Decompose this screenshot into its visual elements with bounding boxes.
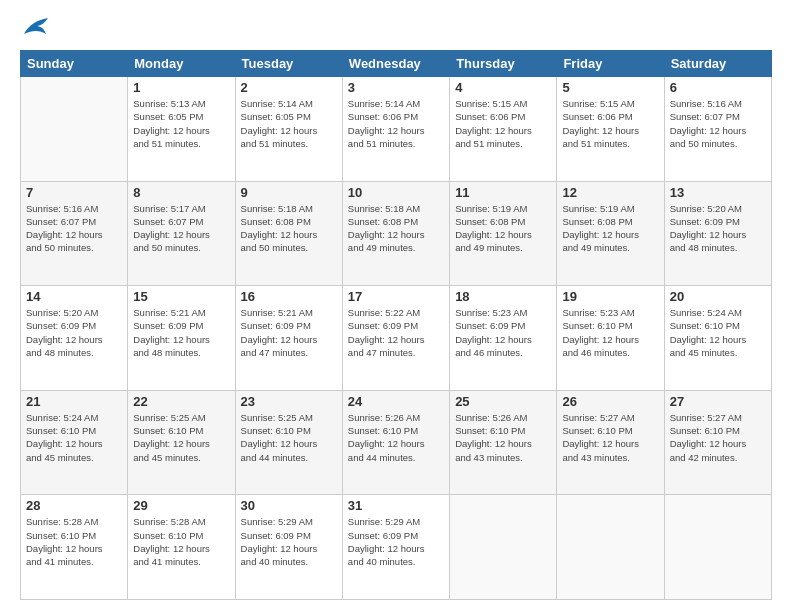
day-number: 23 — [241, 394, 337, 409]
day-info: Sunrise: 5:21 AM Sunset: 6:09 PM Dayligh… — [241, 306, 337, 359]
calendar-cell: 7Sunrise: 5:16 AM Sunset: 6:07 PM Daylig… — [21, 181, 128, 286]
calendar-cell: 27Sunrise: 5:27 AM Sunset: 6:10 PM Dayli… — [664, 390, 771, 495]
calendar-cell: 31Sunrise: 5:29 AM Sunset: 6:09 PM Dayli… — [342, 495, 449, 600]
day-number: 2 — [241, 80, 337, 95]
calendar-cell: 26Sunrise: 5:27 AM Sunset: 6:10 PM Dayli… — [557, 390, 664, 495]
calendar-cell: 20Sunrise: 5:24 AM Sunset: 6:10 PM Dayli… — [664, 286, 771, 391]
day-info: Sunrise: 5:27 AM Sunset: 6:10 PM Dayligh… — [670, 411, 766, 464]
day-number: 16 — [241, 289, 337, 304]
calendar-cell: 12Sunrise: 5:19 AM Sunset: 6:08 PM Dayli… — [557, 181, 664, 286]
calendar-cell: 16Sunrise: 5:21 AM Sunset: 6:09 PM Dayli… — [235, 286, 342, 391]
day-info: Sunrise: 5:25 AM Sunset: 6:10 PM Dayligh… — [133, 411, 229, 464]
week-row-2: 7Sunrise: 5:16 AM Sunset: 6:07 PM Daylig… — [21, 181, 772, 286]
day-info: Sunrise: 5:23 AM Sunset: 6:10 PM Dayligh… — [562, 306, 658, 359]
calendar-cell: 13Sunrise: 5:20 AM Sunset: 6:09 PM Dayli… — [664, 181, 771, 286]
day-info: Sunrise: 5:18 AM Sunset: 6:08 PM Dayligh… — [348, 202, 444, 255]
calendar-cell: 10Sunrise: 5:18 AM Sunset: 6:08 PM Dayli… — [342, 181, 449, 286]
calendar-cell — [557, 495, 664, 600]
calendar-cell — [21, 77, 128, 182]
calendar-cell: 19Sunrise: 5:23 AM Sunset: 6:10 PM Dayli… — [557, 286, 664, 391]
day-info: Sunrise: 5:19 AM Sunset: 6:08 PM Dayligh… — [455, 202, 551, 255]
day-number: 25 — [455, 394, 551, 409]
weekday-header-sunday: Sunday — [21, 51, 128, 77]
day-info: Sunrise: 5:21 AM Sunset: 6:09 PM Dayligh… — [133, 306, 229, 359]
calendar-cell: 28Sunrise: 5:28 AM Sunset: 6:10 PM Dayli… — [21, 495, 128, 600]
day-info: Sunrise: 5:25 AM Sunset: 6:10 PM Dayligh… — [241, 411, 337, 464]
day-info: Sunrise: 5:14 AM Sunset: 6:06 PM Dayligh… — [348, 97, 444, 150]
day-number: 28 — [26, 498, 122, 513]
calendar-cell: 25Sunrise: 5:26 AM Sunset: 6:10 PM Dayli… — [450, 390, 557, 495]
day-number: 15 — [133, 289, 229, 304]
logo — [20, 16, 50, 42]
day-info: Sunrise: 5:14 AM Sunset: 6:05 PM Dayligh… — [241, 97, 337, 150]
calendar-cell: 21Sunrise: 5:24 AM Sunset: 6:10 PM Dayli… — [21, 390, 128, 495]
day-info: Sunrise: 5:16 AM Sunset: 6:07 PM Dayligh… — [670, 97, 766, 150]
day-number: 29 — [133, 498, 229, 513]
calendar-cell: 9Sunrise: 5:18 AM Sunset: 6:08 PM Daylig… — [235, 181, 342, 286]
calendar-cell: 18Sunrise: 5:23 AM Sunset: 6:09 PM Dayli… — [450, 286, 557, 391]
day-number: 24 — [348, 394, 444, 409]
day-number: 20 — [670, 289, 766, 304]
weekday-header-wednesday: Wednesday — [342, 51, 449, 77]
day-info: Sunrise: 5:17 AM Sunset: 6:07 PM Dayligh… — [133, 202, 229, 255]
calendar-cell: 29Sunrise: 5:28 AM Sunset: 6:10 PM Dayli… — [128, 495, 235, 600]
day-number: 10 — [348, 185, 444, 200]
day-number: 6 — [670, 80, 766, 95]
day-info: Sunrise: 5:20 AM Sunset: 6:09 PM Dayligh… — [26, 306, 122, 359]
calendar-cell: 24Sunrise: 5:26 AM Sunset: 6:10 PM Dayli… — [342, 390, 449, 495]
day-info: Sunrise: 5:20 AM Sunset: 6:09 PM Dayligh… — [670, 202, 766, 255]
day-info: Sunrise: 5:24 AM Sunset: 6:10 PM Dayligh… — [26, 411, 122, 464]
day-number: 22 — [133, 394, 229, 409]
day-info: Sunrise: 5:16 AM Sunset: 6:07 PM Dayligh… — [26, 202, 122, 255]
day-number: 1 — [133, 80, 229, 95]
day-info: Sunrise: 5:26 AM Sunset: 6:10 PM Dayligh… — [348, 411, 444, 464]
day-number: 5 — [562, 80, 658, 95]
calendar-cell: 22Sunrise: 5:25 AM Sunset: 6:10 PM Dayli… — [128, 390, 235, 495]
calendar-cell: 4Sunrise: 5:15 AM Sunset: 6:06 PM Daylig… — [450, 77, 557, 182]
calendar-cell: 23Sunrise: 5:25 AM Sunset: 6:10 PM Dayli… — [235, 390, 342, 495]
calendar-cell: 30Sunrise: 5:29 AM Sunset: 6:09 PM Dayli… — [235, 495, 342, 600]
day-number: 11 — [455, 185, 551, 200]
week-row-4: 21Sunrise: 5:24 AM Sunset: 6:10 PM Dayli… — [21, 390, 772, 495]
calendar-cell: 1Sunrise: 5:13 AM Sunset: 6:05 PM Daylig… — [128, 77, 235, 182]
calendar-cell — [450, 495, 557, 600]
day-number: 3 — [348, 80, 444, 95]
day-number: 7 — [26, 185, 122, 200]
logo-text — [20, 16, 50, 42]
calendar-table: SundayMondayTuesdayWednesdayThursdayFrid… — [20, 50, 772, 600]
day-number: 30 — [241, 498, 337, 513]
day-number: 8 — [133, 185, 229, 200]
weekday-header-row: SundayMondayTuesdayWednesdayThursdayFrid… — [21, 51, 772, 77]
calendar-cell: 2Sunrise: 5:14 AM Sunset: 6:05 PM Daylig… — [235, 77, 342, 182]
day-number: 18 — [455, 289, 551, 304]
day-info: Sunrise: 5:18 AM Sunset: 6:08 PM Dayligh… — [241, 202, 337, 255]
day-info: Sunrise: 5:28 AM Sunset: 6:10 PM Dayligh… — [133, 515, 229, 568]
calendar-cell: 5Sunrise: 5:15 AM Sunset: 6:06 PM Daylig… — [557, 77, 664, 182]
day-info: Sunrise: 5:27 AM Sunset: 6:10 PM Dayligh… — [562, 411, 658, 464]
weekday-header-monday: Monday — [128, 51, 235, 77]
day-number: 4 — [455, 80, 551, 95]
day-info: Sunrise: 5:26 AM Sunset: 6:10 PM Dayligh… — [455, 411, 551, 464]
day-number: 27 — [670, 394, 766, 409]
weekday-header-friday: Friday — [557, 51, 664, 77]
calendar-cell — [664, 495, 771, 600]
logo-bird-icon — [22, 16, 50, 38]
day-number: 12 — [562, 185, 658, 200]
page: SundayMondayTuesdayWednesdayThursdayFrid… — [0, 0, 792, 612]
calendar-cell: 3Sunrise: 5:14 AM Sunset: 6:06 PM Daylig… — [342, 77, 449, 182]
calendar-cell: 6Sunrise: 5:16 AM Sunset: 6:07 PM Daylig… — [664, 77, 771, 182]
day-number: 17 — [348, 289, 444, 304]
day-info: Sunrise: 5:24 AM Sunset: 6:10 PM Dayligh… — [670, 306, 766, 359]
day-number: 19 — [562, 289, 658, 304]
day-number: 26 — [562, 394, 658, 409]
weekday-header-thursday: Thursday — [450, 51, 557, 77]
calendar-cell: 8Sunrise: 5:17 AM Sunset: 6:07 PM Daylig… — [128, 181, 235, 286]
day-number: 14 — [26, 289, 122, 304]
day-info: Sunrise: 5:15 AM Sunset: 6:06 PM Dayligh… — [562, 97, 658, 150]
day-info: Sunrise: 5:29 AM Sunset: 6:09 PM Dayligh… — [348, 515, 444, 568]
week-row-3: 14Sunrise: 5:20 AM Sunset: 6:09 PM Dayli… — [21, 286, 772, 391]
header — [20, 16, 772, 42]
day-info: Sunrise: 5:13 AM Sunset: 6:05 PM Dayligh… — [133, 97, 229, 150]
week-row-1: 1Sunrise: 5:13 AM Sunset: 6:05 PM Daylig… — [21, 77, 772, 182]
day-info: Sunrise: 5:23 AM Sunset: 6:09 PM Dayligh… — [455, 306, 551, 359]
